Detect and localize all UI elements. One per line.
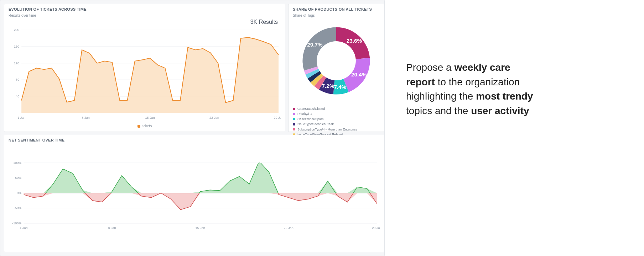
svg-text:7.2%: 7.2% — [322, 83, 334, 89]
donut-legend-item[interactable]: SubscriptionType/4 - More than Enterpris… — [293, 127, 380, 132]
svg-text:8 Jan: 8 Jan — [82, 116, 90, 119]
panel-tickets: EVOLUTION OF TICKETS ACROSS TIME Results… — [4, 4, 285, 132]
donut-chart[interactable]: 23.6%20.4%7.4%7.2%29.7% — [293, 17, 380, 104]
svg-text:22 Jan: 22 Jan — [209, 116, 219, 119]
donut-legend-item[interactable]: IssueType/Technical Task — [293, 122, 380, 127]
svg-text:0%: 0% — [17, 191, 21, 195]
side-description: Propose a weekly care report to the orga… — [385, 0, 644, 256]
svg-text:100%: 100% — [13, 161, 21, 165]
svg-text:15 Jan: 15 Jan — [196, 226, 205, 230]
svg-text:1 Jan: 1 Jan — [17, 116, 25, 119]
svg-text:120: 120 — [14, 62, 19, 65]
svg-text:15 Jan: 15 Jan — [145, 116, 155, 119]
panel-title-tickets: EVOLUTION OF TICKETS ACROSS TIME — [9, 7, 281, 11]
panel-sentiment: NET SENTIMENT OVER TIME -100%-50%0%50%10… — [4, 135, 384, 252]
svg-text:-50%: -50% — [14, 206, 21, 210]
donut-legend-item[interactable]: CaseStatus/Closed — [293, 106, 380, 111]
svg-text:20.4%: 20.4% — [351, 71, 367, 78]
svg-text:200: 200 — [14, 28, 19, 32]
results-summary: 3K Results — [9, 19, 278, 25]
svg-text:1 Jan: 1 Jan — [20, 226, 27, 230]
svg-text:-100%: -100% — [12, 222, 21, 225]
svg-text:22 Jan: 22 Jan — [284, 226, 293, 230]
svg-text:8 Jan: 8 Jan — [108, 226, 116, 230]
tickets-legend: tickets — [9, 124, 281, 128]
svg-text:29.7%: 29.7% — [307, 42, 323, 48]
donut-legend-item[interactable]: CaseOwner/Spam — [293, 117, 380, 122]
panel-title-sentiment: NET SENTIMENT OVER TIME — [9, 138, 380, 142]
donut-legend-item[interactable]: Priority/P2 — [293, 111, 380, 116]
tickets-legend-label: tickets — [142, 124, 152, 128]
svg-text:80: 80 — [16, 78, 19, 81]
svg-text:29 Jan: 29 Jan — [274, 116, 281, 119]
panel-title-donut: SHARE OF PRODUCTS ON ALL TICKETS — [293, 7, 380, 11]
panel-donut: SHARE OF PRODUCTS ON ALL TICKETS Share o… — [288, 4, 384, 132]
sentiment-chart[interactable]: -100%-50%0%50%100%1 Jan8 Jan15 Jan22 Jan… — [9, 142, 380, 248]
svg-text:23.6%: 23.6% — [347, 38, 362, 44]
panel-subtitle-donut: Share of Tags — [293, 14, 380, 17]
svg-text:160: 160 — [14, 45, 19, 48]
svg-text:29 Jan: 29 Jan — [372, 226, 380, 230]
svg-text:40: 40 — [16, 95, 19, 98]
svg-text:50%: 50% — [15, 176, 21, 180]
dashboard: EVOLUTION OF TICKETS ACROSS TIME Results… — [0, 0, 385, 256]
tickets-chart[interactable]: 40801201602001 Jan8 Jan15 Jan22 Jan29 Ja… — [9, 25, 281, 123]
panel-subtitle-tickets: Results over time — [9, 14, 281, 17]
svg-text:7.4%: 7.4% — [334, 84, 346, 90]
